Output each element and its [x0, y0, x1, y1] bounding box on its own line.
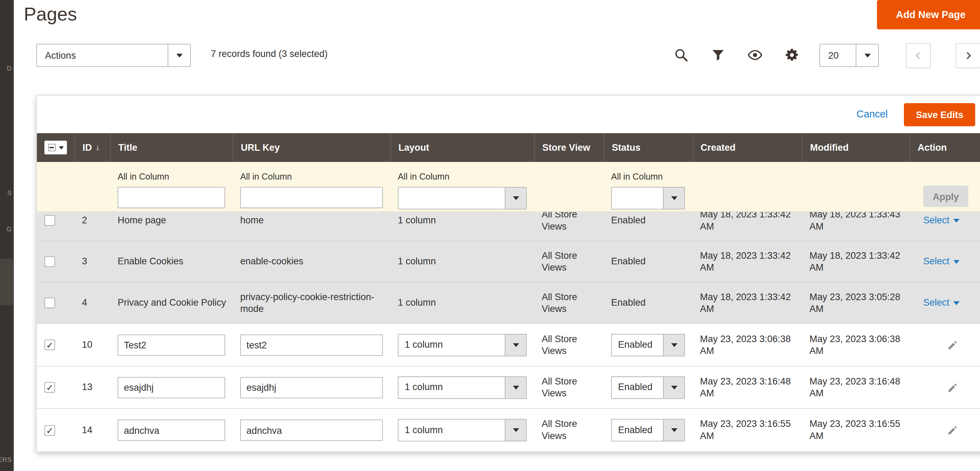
row-checkbox[interactable]	[45, 382, 55, 393]
column-header-title[interactable]: Title	[110, 133, 233, 162]
toolbar-icons	[673, 47, 800, 63]
table-header-row: ID↓ Title URL Key Layout Store View Stat…	[37, 133, 980, 162]
cancel-button[interactable]: Cancel	[857, 109, 888, 120]
chevron-down-icon	[856, 44, 878, 67]
table-row-editing: 10 1 column All Store Views Enabled	[37, 324, 980, 366]
per-page-dropdown[interactable]: 20	[819, 44, 879, 67]
sidebar-item-label-fragment: S	[7, 189, 12, 197]
filter-icon[interactable]	[710, 47, 726, 63]
status-select[interactable]: Enabled	[611, 333, 685, 356]
cell-title: Enable Cookies	[110, 241, 233, 282]
apply-filter-button[interactable]: Apply	[923, 186, 969, 207]
title-input[interactable]	[118, 420, 225, 441]
settings-gear-icon[interactable]	[784, 47, 800, 63]
table-row: 3 Enable Cookies enable-cookies 1 column…	[37, 241, 980, 283]
column-header-id[interactable]: ID↓	[74, 133, 110, 162]
url-key-input[interactable]	[240, 377, 383, 398]
chevron-right-icon	[963, 51, 974, 61]
title-input[interactable]	[118, 377, 225, 398]
chevron-down-icon	[58, 146, 63, 149]
url-key-filter-input[interactable]	[240, 187, 383, 208]
cell-store-view: All Store Views	[534, 283, 604, 324]
pages-grid: Cancel Save Edits ID↓ Title URL Key Layo…	[36, 95, 980, 452]
url-key-input[interactable]	[240, 334, 383, 355]
table-row-editing: 13 1 column All Store Views Enabled	[37, 366, 980, 409]
cell-id: 10	[74, 324, 110, 366]
search-icon[interactable]	[673, 47, 689, 63]
edit-pencil-icon[interactable]	[947, 425, 958, 436]
layout-select[interactable]: 1 column	[398, 376, 527, 399]
row-checkbox[interactable]	[45, 425, 55, 436]
row-checkbox[interactable]	[45, 339, 55, 350]
edit-pencil-icon[interactable]	[947, 339, 958, 350]
column-header-layout[interactable]: Layout	[390, 133, 534, 162]
cell-modified: May 18, 2023 1:33:42 AM	[802, 241, 910, 282]
row-select-action[interactable]: Select	[917, 255, 959, 268]
row-select-action[interactable]: Select	[917, 215, 959, 227]
filter-label-url-key: All in Column	[240, 171, 291, 182]
column-header-modified[interactable]: Modified	[802, 133, 910, 162]
select-all-dropdown[interactable]	[45, 141, 67, 155]
chevron-down-icon	[953, 301, 959, 305]
row-checkbox[interactable]	[45, 215, 55, 226]
cell-store-view: All Store Views	[534, 409, 604, 451]
grid-toolbar: Actions 7 records found (3 selected) 20	[14, 40, 980, 71]
row-checkbox[interactable]	[45, 256, 55, 267]
title-filter-input[interactable]	[118, 187, 225, 208]
cell-store-view: All Store Views	[534, 366, 604, 409]
column-header-status[interactable]: Status	[604, 133, 693, 162]
cell-store-view: All Store Views	[534, 241, 604, 282]
status-select[interactable]: Enabled	[611, 376, 685, 399]
layout-select[interactable]: 1 column	[398, 333, 527, 356]
status-select[interactable]: Enabled	[611, 419, 685, 441]
status-filter-select[interactable]	[611, 187, 685, 209]
add-new-page-button[interactable]: Add New Page	[877, 0, 980, 30]
cell-modified: May 23, 2023 3:16:55 AM	[802, 409, 910, 451]
chevron-left-icon	[913, 51, 923, 61]
sidebar-item-label-fragment: G	[6, 225, 12, 233]
cell-store-view: All Store Views	[534, 324, 604, 366]
admin-sidebar[interactable]: D S G ERS	[0, 0, 14, 471]
column-header-store-view[interactable]: Store View	[534, 133, 604, 162]
cell-created: May 18, 2023 1:33:42 AM	[693, 283, 802, 324]
page-header: Pages	[14, 0, 980, 35]
cell-created: May 23, 2023 3:16:55 AM	[693, 409, 802, 451]
table-row-editing: 14 1 column All Store Views Enabled	[37, 409, 980, 451]
inline-edit-actions: Cancel Save Edits	[37, 95, 980, 133]
next-page-button[interactable]	[956, 43, 980, 68]
magento-admin-pages-screen: D S G ERS Pages Add New Page Actions 7 r…	[0, 0, 980, 471]
cell-url-key: privacy-policy-cookie-restriction-mode	[233, 283, 391, 324]
cell-created: May 23, 2023 3:16:48 AM	[693, 366, 802, 409]
per-page-value: 20	[820, 44, 856, 67]
cell-modified: May 23, 2023 3:16:48 AM	[802, 366, 910, 409]
layout-filter-select[interactable]	[398, 187, 527, 209]
columns-eye-icon[interactable]	[747, 47, 763, 63]
chevron-down-icon	[505, 187, 526, 208]
sidebar-item-label-fragment: D	[7, 64, 12, 72]
title-input[interactable]	[118, 334, 225, 355]
row-checkbox[interactable]	[45, 298, 55, 308]
layout-select[interactable]: 1 column	[398, 419, 527, 441]
records-summary: 7 records found (3 selected)	[211, 48, 328, 59]
cell-modified: May 23, 2023 3:06:38 AM	[802, 324, 910, 366]
cell-created: May 18, 2023 1:33:42 AM	[693, 241, 802, 282]
edit-pencil-icon[interactable]	[947, 382, 958, 393]
cell-id: 4	[74, 283, 110, 324]
save-edits-button[interactable]: Save Edits	[904, 103, 975, 126]
cell-url-key: enable-cookies	[233, 241, 391, 282]
previous-page-button[interactable]	[906, 43, 931, 68]
actions-dropdown[interactable]: Actions	[36, 44, 191, 67]
column-header-action: Action	[910, 133, 980, 162]
chevron-down-icon	[663, 187, 684, 208]
row-select-action[interactable]: Select	[917, 297, 959, 309]
column-header-url-key[interactable]: URL Key	[233, 133, 391, 162]
cell-layout: 1 column	[390, 241, 534, 282]
chevron-down-icon	[167, 44, 190, 67]
sidebar-active-item[interactable]	[0, 259, 14, 305]
table-body: 2 Home page home 1 column All Store View…	[37, 200, 980, 452]
url-key-input[interactable]	[240, 420, 383, 441]
column-header-created[interactable]: Created	[693, 133, 802, 162]
cell-id: 14	[74, 409, 110, 451]
table-row: 4 Privacy and Cookie Policy privacy-poli…	[37, 283, 980, 324]
chevron-down-icon	[663, 420, 684, 441]
